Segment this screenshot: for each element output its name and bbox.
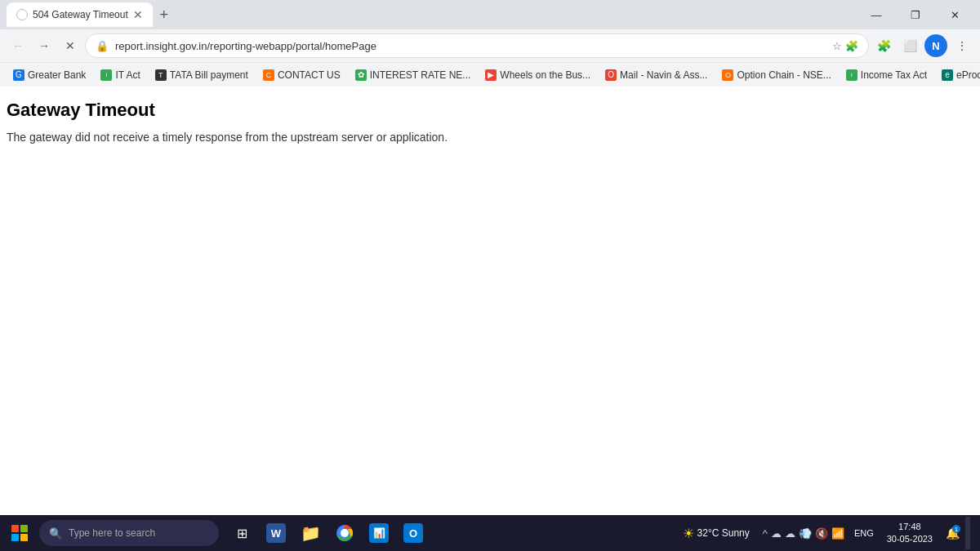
show-desktop-button[interactable] [965, 517, 970, 549]
tab-favicon [16, 9, 28, 20]
tab-strip: 504 Gateway Timeout ✕ + [7, 0, 858, 29]
taskbar-chrome[interactable] [328, 517, 361, 549]
error-description: The gateway did not receive a timely res… [7, 131, 973, 144]
search-icon: 🔍 [49, 527, 62, 540]
chevron-up-icon[interactable]: ^ [763, 527, 768, 540]
notification-badge: 1 [952, 525, 960, 533]
browser-body: Gateway Timeout The gateway did not rece… [0, 87, 980, 551]
chrome-icon [336, 524, 354, 542]
taskbar-word[interactable]: W [260, 517, 292, 549]
language-text: ENG [854, 528, 874, 538]
bookmark-tata-bill[interactable]: T TATA Bill payment [149, 65, 255, 85]
bookmark-it-act[interactable]: i IT Act [94, 65, 146, 85]
url-text: report.insight.gov.in/reporting-webapp/p… [115, 40, 826, 52]
wind-icon: 💨 [799, 527, 812, 540]
bookmark-favicon-interest-rate: ✿ [355, 69, 367, 81]
word-icon: W [266, 523, 286, 543]
bookmark-favicon-greater-bank: G [13, 69, 24, 81]
bookmark-income-tax-act[interactable]: i Income Tax Act [840, 65, 933, 85]
clock-widget[interactable]: 17:48 30-05-2023 [880, 519, 939, 548]
minimize-button[interactable]: — [858, 0, 895, 29]
address-bar-row: ← → ✕ 🔒 report.insight.gov.in/reporting-… [0, 29, 980, 62]
window-controls: — ❐ ✕ [858, 0, 973, 29]
bookmark-label-it-act: IT Act [115, 69, 140, 81]
extension-icon[interactable]: 🧩 [845, 40, 858, 52]
back-button[interactable]: ← [7, 34, 29, 57]
taskbar-search[interactable]: 🔍 Type here to search [39, 520, 219, 546]
weather-widget[interactable]: ☀ 32°C Sunny [676, 522, 756, 544]
weather-text: 32°C Sunny [697, 527, 750, 539]
clock-time: 17:48 [898, 521, 921, 533]
windows-logo [11, 525, 28, 541]
bookmark-favicon-income-tax-act: i [846, 69, 858, 81]
bookmark-label-interest-rate: INTEREST RATE NE... [370, 69, 471, 81]
bookmark-favicon-eprocessify: e [942, 69, 953, 81]
forward-button[interactable]: → [33, 34, 56, 57]
bookmark-contact-us[interactable]: C CONTACT US [256, 65, 347, 85]
sun-icon: ☀ [683, 526, 694, 541]
search-placeholder: Type here to search [69, 527, 155, 539]
system-tray: ☀ 32°C Sunny ^ ☁ ☁ 💨 🔇 📶 ENG 17:48 30-05… [676, 517, 977, 549]
svg-point-2 [342, 531, 348, 536]
bookmark-option-chain[interactable]: O Option Chain - NSE... [715, 65, 837, 85]
bookmark-label-wheels: Wheels on the Bus... [500, 69, 590, 81]
bookmark-label-tata-bill: TATA Bill payment [170, 69, 248, 81]
bookmark-mail[interactable]: O Mail - Navin & Ass... [599, 65, 714, 85]
bookmark-favicon-contact-us: C [263, 69, 274, 81]
file-explorer-icon: 📁 [301, 523, 321, 543]
bookmark-greater-bank[interactable]: G Greater Bank [7, 65, 92, 85]
bookmark-wheels[interactable]: ▶ Wheels on the Bus... [479, 65, 597, 85]
refresh-button[interactable]: ✕ [59, 34, 82, 57]
new-tab-button[interactable]: + [153, 3, 176, 26]
bookmark-favicon-it-act: i [100, 69, 112, 81]
bookmark-favicon-wheels: ▶ [485, 69, 497, 81]
menu-button[interactable]: ⋮ [951, 34, 973, 57]
taskbar-outlook[interactable]: O [397, 517, 430, 549]
profile-switch-button[interactable]: ⬜ [898, 34, 921, 57]
outlook-icon: O [403, 523, 423, 543]
speaker-icon[interactable]: 🔇 [815, 527, 828, 540]
bookmark-eprocessify[interactable]: e eProcessify [935, 65, 980, 85]
bookmark-label-eprocessify: eProcessify [956, 69, 980, 81]
extensions-button[interactable]: 🧩 [872, 34, 895, 57]
lock-icon: 🔒 [96, 40, 109, 52]
bookmarks-bar: G Greater Bank i IT Act T TATA Bill paym… [0, 62, 980, 87]
task-view-icon: ⊞ [237, 526, 247, 541]
address-right-icons: ☆ 🧩 [832, 40, 858, 52]
toolbar-right: 🧩 ⬜ N ⋮ [872, 34, 973, 57]
error-title: Gateway Timeout [7, 100, 973, 121]
wifi-icon[interactable]: 📶 [831, 527, 844, 540]
notification-button[interactable]: 🔔 1 [942, 523, 962, 543]
profile-avatar[interactable]: N [924, 34, 947, 57]
close-button[interactable]: ✕ [936, 0, 973, 29]
language-indicator[interactable]: ENG [851, 527, 877, 540]
bookmark-label-contact-us: CONTACT US [278, 69, 341, 81]
network-icon[interactable]: ☁ [771, 527, 782, 540]
taskbar-manager[interactable]: 📊 [363, 517, 395, 549]
clock-date: 30-05-2023 [887, 533, 933, 545]
bookmark-favicon-option-chain: O [722, 69, 733, 81]
start-button[interactable] [3, 517, 36, 549]
browser-window: 504 Gateway Timeout ✕ + — ❐ ✕ ← → ✕ 🔒 re… [0, 0, 980, 551]
bookmark-label-option-chain: Option Chain - NSE... [737, 69, 831, 81]
cloud-icon: ☁ [785, 527, 795, 540]
taskbar-apps: ⊞ W 📁 � [225, 517, 430, 549]
tab-title: 504 Gateway Timeout [33, 9, 128, 20]
taskbar-file-explorer[interactable]: 📁 [294, 517, 327, 549]
tab-close-button[interactable]: ✕ [133, 8, 143, 21]
bookmark-label-greater-bank: Greater Bank [28, 69, 86, 81]
address-bar[interactable]: 🔒 report.insight.gov.in/reporting-webapp… [85, 33, 869, 58]
bookmark-favicon-tata-bill: T [155, 69, 167, 81]
system-icons: ^ ☁ ☁ 💨 🔇 📶 [760, 524, 848, 543]
bookmark-label-income-tax-act: Income Tax Act [861, 69, 927, 81]
bookmark-favicon-mail: O [605, 69, 617, 81]
taskbar: 🔍 Type here to search ⊞ W 📁 [0, 515, 980, 551]
title-bar: 504 Gateway Timeout ✕ + — ❐ ✕ [0, 0, 980, 29]
bookmark-label-mail: Mail - Navin & Ass... [620, 69, 707, 81]
manager-icon: 📊 [369, 523, 389, 543]
maximize-button[interactable]: ❐ [897, 0, 934, 29]
bookmark-star-icon[interactable]: ☆ [832, 40, 842, 52]
taskbar-task-view[interactable]: ⊞ [225, 517, 258, 549]
bookmark-interest-rate[interactable]: ✿ INTEREST RATE NE... [349, 65, 478, 85]
active-tab[interactable]: 504 Gateway Timeout ✕ [7, 2, 153, 27]
